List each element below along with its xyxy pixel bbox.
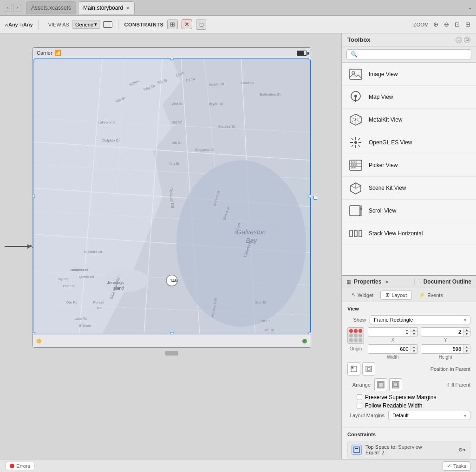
image-view-icon — [348, 67, 363, 82]
width-label: Width — [368, 355, 418, 360]
view-as-value: Generic — [75, 22, 93, 27]
toolbox-item-scenekit-view[interactable]: Scene Kit View — [342, 177, 476, 200]
svg-rect-99 — [352, 367, 353, 369]
opengl-view-label: OpenGL ES View — [369, 139, 412, 146]
layout-margins-select[interactable]: Default ▾ — [388, 411, 470, 420]
bottom-bar: Errors ✓ Tasks — [0, 459, 476, 472]
view-as-arrow: ▾ — [94, 21, 97, 27]
origin-dot-br[interactable] — [359, 338, 362, 342]
tab-options[interactable]: ⌄ — [468, 5, 472, 11]
constraint-top-label: Top Space to: — [365, 444, 397, 450]
tab-main-storyboard[interactable]: Main.storyboard ✕ — [78, 1, 135, 14]
y-stepper-down[interactable]: ▼ — [463, 332, 470, 336]
position-btn-2[interactable] — [362, 362, 375, 375]
widget-tab-label: Widget — [358, 292, 373, 298]
toolbox-item-picker-view[interactable]: loremipsumdolor Picker View — [342, 154, 476, 177]
preserve-superview-checkbox[interactable] — [357, 394, 362, 400]
properties-close-btn[interactable]: ✕ — [384, 279, 390, 284]
zoom-fit-btn[interactable]: ⊡ — [454, 20, 461, 29]
toolbox-item-metalkit-view[interactable]: MetalKit View — [342, 109, 476, 131]
constraints-remove-btn[interactable]: ✕ — [182, 19, 192, 29]
svg-text:Rd: Rd — [97, 306, 102, 310]
origin-dot-bm[interactable] — [354, 338, 358, 342]
height-stepper-up[interactable]: ▲ — [463, 345, 470, 349]
x-input[interactable] — [368, 328, 411, 336]
events-tab-label: Events — [427, 292, 443, 298]
svg-rect-97 — [359, 230, 362, 237]
search-input[interactable] — [360, 51, 467, 58]
svg-text:Ivy Rd: Ivy Rd — [59, 278, 68, 281]
y-input-wrap: ▲ ▼ — [421, 327, 471, 336]
follow-readable-label: Follow Readable Width — [365, 402, 422, 409]
x-stepper-up[interactable]: ▲ — [411, 328, 417, 332]
width-stepper-down[interactable]: ▼ — [411, 349, 417, 353]
fill-btn-1[interactable] — [374, 378, 387, 391]
outline-icon: ≡ — [418, 279, 421, 284]
origin-dot-ml[interactable] — [349, 334, 353, 337]
toolbox-maximize-btn[interactable]: □ — [464, 37, 470, 43]
zoom-actual-btn[interactable]: ⊞ — [464, 20, 471, 29]
toolbar: wAny hAny VIEW AS Generic ▾ CONSTRAINTS … — [0, 16, 476, 33]
show-label: Show — [347, 317, 366, 323]
constraints-square-btn[interactable]: ▢ — [196, 19, 206, 30]
tab-events[interactable]: ⚡ Events — [414, 290, 448, 300]
svg-text:146: 146 — [170, 278, 177, 283]
arrow-indicator: ↖ — [5, 243, 34, 250]
svg-line-78 — [352, 138, 353, 140]
preserve-superview-label: Preserve Superview Margins — [365, 394, 436, 401]
iphone-bottom-bar — [33, 334, 311, 347]
constraints-add-btn[interactable]: ⊞ — [167, 19, 178, 29]
tab-widget[interactable]: ↖ Widget — [346, 290, 378, 300]
y-input[interactable] — [421, 328, 463, 336]
show-select[interactable]: Frame Rectangle ▾ — [370, 315, 470, 324]
size-indicator-bottom — [165, 351, 178, 356]
view-section: View Show Frame Rectangle ▾ — [342, 302, 476, 428]
sep1 — [39, 19, 39, 30]
height-stepper-down[interactable]: ▼ — [463, 349, 470, 353]
origin-dot-tl[interactable] — [349, 329, 353, 333]
width-input[interactable] — [368, 345, 411, 353]
layout-margins-label: Layout Margins — [347, 413, 385, 418]
width-stepper-up[interactable]: ▲ — [411, 345, 417, 349]
nav-back[interactable]: ‹ — [4, 4, 12, 12]
tab-close-icon[interactable]: ✕ — [126, 6, 130, 11]
show-row: Show Frame Rectangle ▾ — [347, 315, 470, 324]
y-stepper-up[interactable]: ▲ — [463, 328, 470, 332]
toolbox-item-opengl-view[interactable]: OpenGL ES View — [342, 131, 476, 154]
nav-forward[interactable]: › — [13, 4, 21, 12]
position-btns — [347, 362, 375, 375]
layout-margins-row: Layout Margins Default ▾ — [347, 411, 470, 420]
height-input[interactable] — [421, 345, 463, 353]
toolbox-title: Toolbox — [347, 36, 371, 43]
x-stepper-down[interactable]: ▼ — [411, 332, 417, 336]
toolbox-item-map-view[interactable]: Map View — [342, 86, 476, 109]
resize-handle-right[interactable] — [313, 196, 317, 200]
zoom-out-btn[interactable]: ⊖ — [443, 20, 450, 29]
toolbox-item-image-view[interactable]: Image View — [342, 63, 476, 86]
origin-dot-mm[interactable] — [354, 334, 358, 337]
svg-text:Narcissus: Narcissus — [72, 268, 87, 272]
zoom-label: ZOOM — [413, 22, 429, 27]
toolbox-item-stack-view[interactable]: Stack View Horizontal — [342, 222, 476, 245]
fill-btn-2[interactable] — [389, 378, 402, 391]
toolbox-minimize-btn[interactable]: – — [456, 37, 462, 43]
view-as-select[interactable]: Generic ▾ — [72, 20, 101, 29]
origin-dot-tr[interactable] — [359, 329, 362, 333]
origin-dot-tm[interactable] — [354, 329, 358, 333]
tab-layout[interactable]: ⊞ Layout — [380, 290, 412, 300]
tab-assets[interactable]: Assets.xcassets — [26, 1, 76, 14]
arrange-label: Arrange — [347, 382, 371, 388]
position-btn-1[interactable] — [347, 362, 360, 375]
tasks-btn[interactable]: ✓ Tasks — [443, 461, 470, 471]
constraint-top-gear[interactable]: ⚙▾ — [458, 446, 466, 454]
map-container: Galveston Bay Jennings Island Todville R… — [33, 58, 311, 334]
origin-dot-mr[interactable] — [359, 334, 362, 337]
constraint-top-space: Top Space to: Superview Equal: 2 ⚙▾ — [347, 441, 470, 459]
origin-dot-bl[interactable] — [349, 338, 353, 342]
zoom-in-btn[interactable]: ⊕ — [432, 20, 439, 29]
toolbox-item-scroll-view[interactable]: Scroll View — [342, 200, 476, 222]
follow-readable-checkbox[interactable] — [357, 403, 362, 408]
errors-btn[interactable]: Errors — [6, 462, 34, 470]
image-view-label: Image View — [369, 71, 398, 78]
svg-text:5th St: 5th St — [170, 162, 180, 166]
